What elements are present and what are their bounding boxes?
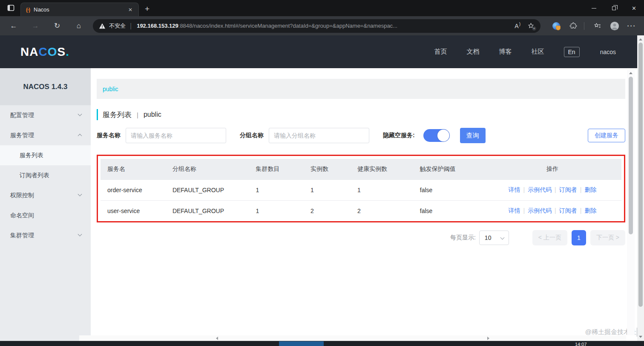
address-divider: |: [130, 22, 132, 30]
action-delete-link[interactable]: 删除: [584, 207, 596, 214]
hide-empty-service-toggle[interactable]: [423, 129, 450, 142]
browser-tab-nacos[interactable]: (-) Nacos ✕: [20, 3, 139, 16]
create-service-button[interactable]: 创建服务: [588, 129, 625, 142]
page-size-label: 每页显示:: [450, 234, 476, 242]
col-actions: 操作: [483, 159, 621, 179]
cell-service-name: order-service: [101, 179, 166, 200]
add-favorite-icon[interactable]: +: [527, 22, 535, 29]
toggle-knob: [437, 130, 449, 141]
new-tab-button[interactable]: +: [145, 4, 150, 14]
group-name-input[interactable]: [269, 128, 369, 143]
table-header-row: 服务名 分组名称 集群数目 实例数 健康实例数 触发保护阈值 操作: [101, 159, 621, 179]
address-bar[interactable]: 不安全 | 192.168.153.129:8848/nacos/index.h…: [93, 19, 540, 33]
forward-button[interactable]: →: [28, 19, 43, 33]
prev-page-button[interactable]: < 上一页: [532, 230, 567, 245]
security-label[interactable]: 不安全: [109, 22, 126, 30]
sidebar-item-subscriber-list[interactable]: 订阅者列表: [0, 165, 91, 185]
namespace-tab-public[interactable]: public: [103, 86, 118, 92]
browser-toolbar: ← → ↻ ⌂ 不安全 | 192.168.153.129:8848/nacos…: [0, 16, 644, 35]
tab-title: Nacos: [34, 6, 126, 13]
read-aloud-icon[interactable]: A: [515, 23, 520, 29]
col-protect-threshold: 触发保护阈值: [413, 159, 483, 179]
language-toggle[interactable]: En: [564, 47, 580, 57]
sidebar-version: NACOS 1.4.3: [0, 68, 91, 105]
tab-actions-icon: [7, 4, 15, 14]
page-vertical-scrollbar[interactable]: [627, 69, 635, 335]
home-button[interactable]: ⌂: [71, 19, 86, 33]
warning-icon: [99, 23, 106, 29]
action-subscriber-link[interactable]: 订阅者: [559, 207, 577, 214]
title-separator: |: [137, 111, 138, 118]
cell-instance-count: 2: [304, 200, 351, 221]
window-minimize-button[interactable]: [584, 0, 604, 16]
horizontal-scrollbar[interactable]: [79, 335, 626, 341]
page-size-select[interactable]: 10: [479, 231, 509, 245]
page-scrollbar-thumb[interactable]: [629, 77, 633, 234]
refresh-button[interactable]: ↻: [49, 19, 65, 33]
sidebar-item-service-management[interactable]: 服务管理: [0, 125, 91, 145]
chevron-up-icon: [78, 134, 82, 138]
action-sample-code-link[interactable]: 示例代码: [528, 207, 552, 214]
favorites-bar-icon[interactable]: [590, 19, 605, 33]
settings-more-button[interactable]: ···: [624, 19, 639, 33]
scroll-down-arrow-icon[interactable]: [639, 336, 642, 338]
cell-protect-threshold: false: [413, 200, 483, 221]
service-table: 服务名 分组名称 集群数目 实例数 健康实例数 触发保护阈值 操作 order-…: [101, 159, 621, 221]
action-detail-link[interactable]: 详情: [508, 186, 520, 193]
nav-docs[interactable]: 文档: [467, 48, 480, 56]
tab-close-icon[interactable]: ✕: [126, 6, 134, 14]
browser-scrollbar-thumb[interactable]: [638, 43, 643, 307]
tab-actions-button[interactable]: [4, 3, 17, 14]
action-subscriber-link[interactable]: 订阅者: [559, 186, 577, 193]
col-healthy-count: 健康实例数: [351, 159, 413, 179]
nav-home[interactable]: 首页: [434, 48, 447, 56]
sidebar-item-auth-control[interactable]: 权限控制: [0, 185, 91, 205]
group-name-label: 分组名称: [240, 132, 264, 139]
col-cluster-count: 集群数目: [249, 159, 304, 179]
service-name-input[interactable]: [126, 128, 226, 143]
taskbar-active-app-highlight[interactable]: [279, 341, 324, 346]
cell-group: DEFAULT_GROUP: [166, 200, 249, 221]
sidebar-item-namespace[interactable]: 命名空间: [0, 205, 91, 225]
scroll-right-arrow-icon[interactable]: [487, 337, 489, 340]
current-user[interactable]: nacos: [600, 49, 616, 55]
extension-globe-icon[interactable]: [549, 19, 564, 33]
next-page-button[interactable]: 下一页 >: [590, 230, 625, 245]
action-delete-link[interactable]: 删除: [584, 186, 596, 193]
sidebar: NACOS 1.4.3 配置管理 服务管理 服务列表 订阅者列表 权限控制 命名…: [0, 68, 91, 341]
search-button[interactable]: 查询: [460, 128, 486, 143]
window-restore-button[interactable]: [604, 0, 624, 16]
scroll-left-arrow-icon[interactable]: [216, 337, 218, 340]
action-detail-link[interactable]: 详情: [508, 207, 520, 214]
favorite-plus-badge: +: [532, 26, 536, 31]
sidebar-item-service-list[interactable]: 服务列表: [0, 145, 91, 165]
annotation-red-frame: 服务名 分组名称 集群数目 实例数 健康实例数 触发保护阈值 操作 order-…: [97, 155, 625, 222]
nacos-favicon-icon: (-): [26, 7, 30, 13]
minimize-icon: [592, 8, 596, 9]
sidebar-item-cluster-management[interactable]: 集群管理: [0, 225, 91, 245]
url-text[interactable]: 192.168.153.129:8848/nacos/index.html#/s…: [137, 23, 508, 29]
nav-community[interactable]: 社区: [532, 48, 544, 56]
sidebar-item-config-management[interactable]: 配置管理: [0, 105, 91, 125]
scroll-up-arrow-icon[interactable]: [629, 72, 632, 74]
window-controls: ✕: [584, 0, 644, 16]
title-accent-bar: [97, 109, 98, 120]
namespace-bar: public: [97, 79, 625, 99]
cell-instance-count: 1: [304, 179, 351, 200]
current-page-button[interactable]: 1: [572, 230, 586, 245]
nacos-logo: NACOS.: [20, 45, 69, 59]
profile-avatar[interactable]: [607, 19, 622, 33]
filter-row: 服务名称 分组名称 隐藏空服务: 查询 创建服务: [97, 128, 625, 143]
nav-blog[interactable]: 博客: [499, 48, 512, 56]
extensions-puzzle-icon[interactable]: [566, 19, 581, 33]
action-sample-code-link[interactable]: 示例代码: [528, 186, 552, 193]
scroll-up-arrow-icon[interactable]: [639, 38, 642, 40]
toolbar-divider: [584, 22, 584, 30]
cell-group: DEFAULT_GROUP: [166, 179, 249, 200]
browser-vertical-scrollbar[interactable]: [637, 35, 644, 341]
chevron-down-icon: [78, 192, 82, 196]
url-path: :8848/nacos/index.html#/serviceManagemen…: [178, 23, 397, 29]
back-button[interactable]: ←: [6, 19, 21, 33]
window-close-button[interactable]: ✕: [624, 0, 644, 16]
pagination: 每页显示: 10 < 上一页 1 下一页 >: [97, 230, 625, 245]
